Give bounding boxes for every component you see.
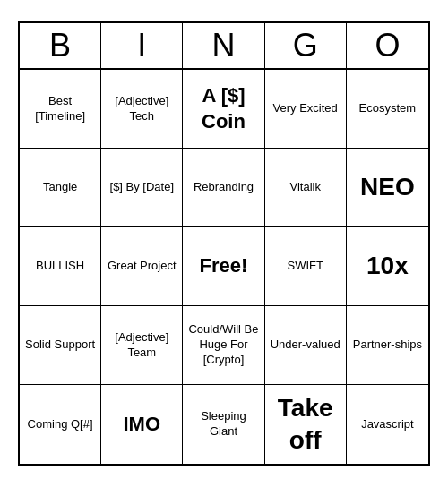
bingo-letter-o: O: [347, 23, 428, 68]
bingo-cell-9: NEO: [347, 149, 428, 227]
bingo-cell-11: Great Project: [101, 227, 183, 306]
bingo-grid: Best [Timeline][Adjective] TechA [$] Coi…: [20, 70, 428, 464]
bingo-cell-7: Rebranding: [183, 149, 264, 227]
bingo-cell-16: [Adjective] Team: [101, 306, 183, 385]
bingo-cell-12: Free!: [183, 227, 264, 306]
bingo-cell-21: IMO: [101, 385, 183, 464]
bingo-cell-24: Javascript: [347, 385, 428, 464]
bingo-header: BINGO: [20, 23, 428, 70]
bingo-cell-18: Under-valued: [265, 306, 347, 385]
bingo-cell-15: Solid Support: [20, 306, 101, 385]
bingo-cell-20: Coming Q[#]: [20, 385, 101, 464]
bingo-cell-14: 10x: [347, 227, 428, 306]
bingo-cell-19: Partner-ships: [347, 306, 428, 385]
bingo-cell-10: BULLISH: [20, 227, 101, 306]
bingo-cell-13: SWIFT: [265, 227, 347, 306]
bingo-letter-g: G: [265, 23, 347, 68]
bingo-cell-8: Vitalik: [265, 149, 347, 227]
bingo-cell-23: Take off: [265, 385, 347, 464]
bingo-cell-1: [Adjective] Tech: [101, 70, 183, 149]
bingo-cell-3: Very Excited: [265, 70, 347, 149]
bingo-cell-22: Sleeping Giant: [183, 385, 264, 464]
bingo-cell-4: Ecosystem: [347, 70, 428, 149]
bingo-cell-17: Could/Will Be Huge For [Crypto]: [183, 306, 264, 385]
bingo-cell-2: A [$] Coin: [183, 70, 264, 149]
bingo-cell-0: Best [Timeline]: [20, 70, 101, 149]
bingo-cell-6: [$] By [Date]: [101, 149, 183, 227]
bingo-cell-5: Tangle: [20, 149, 101, 227]
bingo-letter-b: B: [20, 23, 101, 68]
bingo-letter-n: N: [183, 23, 264, 68]
bingo-card: BINGO Best [Timeline][Adjective] TechA […: [18, 21, 430, 466]
bingo-letter-i: I: [101, 23, 183, 68]
